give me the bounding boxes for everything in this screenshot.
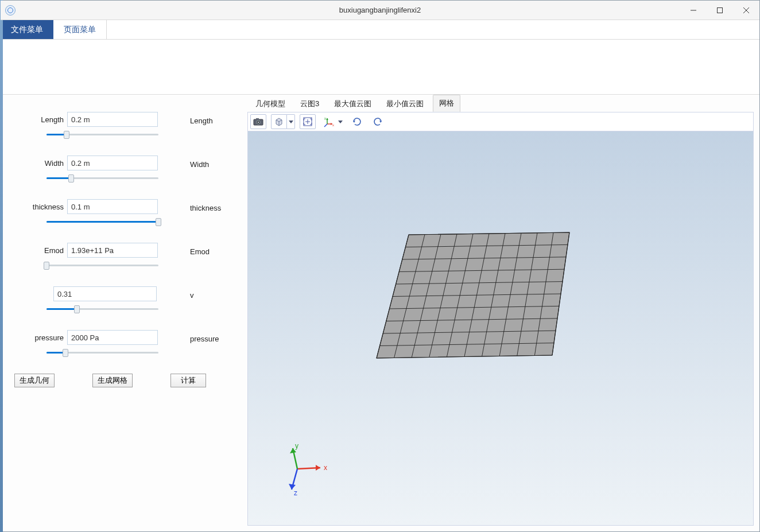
maximize-button[interactable] bbox=[707, 1, 733, 20]
viewer-toolbar: xy bbox=[247, 112, 754, 131]
param-thickness: thickness thickness bbox=[12, 199, 236, 229]
param-thickness-input[interactable] bbox=[67, 199, 158, 214]
close-button[interactable] bbox=[733, 1, 759, 20]
svg-text:y: y bbox=[324, 117, 326, 120]
tab-geometry[interactable]: 几何模型 bbox=[250, 96, 291, 112]
svg-text:x: x bbox=[332, 123, 334, 127]
svg-marker-21 bbox=[338, 121, 343, 123]
generate-geometry-button[interactable]: 生成几何 bbox=[14, 374, 55, 387]
param-v-label-right: v bbox=[190, 291, 194, 300]
param-length: Length Length bbox=[12, 112, 236, 142]
tab-min-cloud[interactable]: 最小值云图 bbox=[381, 96, 429, 112]
param-v-input[interactable] bbox=[53, 286, 157, 301]
param-pressure-label-right: pressure bbox=[190, 335, 219, 343]
param-emod-input[interactable] bbox=[67, 243, 158, 258]
param-thickness-slider[interactable] bbox=[46, 218, 158, 227]
axis-dropdown[interactable] bbox=[336, 114, 344, 129]
viewer-tabs: 几何模型 云图3 最大值云图 最小值云图 网格 bbox=[247, 95, 754, 112]
svg-marker-17 bbox=[326, 118, 328, 120]
menu-file[interactable]: 文件菜单 bbox=[1, 20, 53, 39]
viewport-3d[interactable]: x y z bbox=[247, 131, 754, 526]
param-width-input[interactable] bbox=[67, 156, 158, 170]
param-width-label: Width bbox=[12, 159, 64, 168]
application-window: buxiugangbanjinglifenxi2 文件菜单 页面菜单 Lengt… bbox=[0, 0, 760, 532]
param-width-label-right: Width bbox=[190, 160, 209, 169]
svg-point-7 bbox=[258, 122, 259, 123]
param-width: Width Width bbox=[12, 156, 236, 185]
content-area: Length Length Width Width bbox=[1, 95, 759, 531]
action-row: 生成几何 生成网格 计算 bbox=[12, 374, 236, 387]
tab-cloud3[interactable]: 云图3 bbox=[294, 96, 325, 112]
camera-icon[interactable] bbox=[250, 114, 266, 129]
generate-mesh-button[interactable]: 生成网格 bbox=[92, 374, 133, 387]
param-pressure-slider[interactable] bbox=[46, 348, 158, 358]
window-controls bbox=[680, 1, 759, 20]
tab-max-cloud[interactable]: 最大值云图 bbox=[328, 96, 377, 112]
param-pressure: pressure pressure bbox=[12, 330, 236, 360]
svg-rect-5 bbox=[256, 118, 259, 120]
mesh-plate bbox=[248, 131, 742, 453]
param-emod-label-right: Emod bbox=[190, 247, 210, 256]
svg-rect-1 bbox=[718, 7, 723, 13]
axis-triad-icon: x y z bbox=[279, 444, 331, 495]
svg-line-18 bbox=[324, 124, 327, 127]
svg-marker-48 bbox=[316, 465, 320, 471]
param-thickness-label-right: thickness bbox=[190, 204, 221, 212]
param-emod-slider[interactable] bbox=[46, 261, 158, 270]
viewer-panel: 几何模型 云图3 最大值云图 最小值云图 网格 bbox=[247, 95, 759, 531]
param-length-slider[interactable] bbox=[46, 130, 158, 139]
param-length-input[interactable] bbox=[67, 112, 158, 127]
cube-view-icon[interactable] bbox=[271, 114, 287, 129]
window-title: buxiugangbanjinglifenxi2 bbox=[1, 6, 759, 14]
rotate-cw-icon[interactable] bbox=[349, 114, 365, 129]
parameters-panel: Length Length Width Width bbox=[1, 95, 247, 531]
app-icon bbox=[5, 5, 15, 15]
cube-view-dropdown[interactable] bbox=[287, 114, 295, 129]
param-emod-label: Emod bbox=[12, 246, 64, 255]
param-length-label: Length bbox=[12, 115, 64, 124]
axis-icon[interactable]: xy bbox=[320, 114, 336, 129]
tab-mesh[interactable]: 网格 bbox=[433, 95, 460, 112]
param-width-slider[interactable] bbox=[46, 174, 158, 183]
menubar: 文件菜单 页面菜单 bbox=[1, 20, 759, 40]
param-emod: Emod Emod bbox=[12, 243, 236, 273]
rotate-ccw-icon[interactable] bbox=[370, 114, 386, 129]
param-pressure-label: pressure bbox=[12, 333, 64, 342]
param-v: v v bbox=[12, 286, 236, 316]
param-thickness-label: thickness bbox=[12, 203, 64, 211]
titlebar: buxiugangbanjinglifenxi2 bbox=[1, 1, 759, 20]
param-length-label-right: Length bbox=[190, 117, 213, 125]
axis-y-label: y bbox=[295, 444, 298, 450]
fit-view-icon[interactable] bbox=[300, 114, 316, 129]
svg-marker-10 bbox=[289, 121, 293, 123]
axis-z-label: z bbox=[294, 489, 297, 495]
ribbon-space bbox=[1, 40, 759, 95]
menu-page[interactable]: 页面菜单 bbox=[53, 20, 107, 39]
minimize-button[interactable] bbox=[680, 1, 707, 20]
compute-button[interactable]: 计算 bbox=[170, 374, 206, 387]
axis-x-label: x bbox=[324, 464, 327, 472]
param-pressure-input[interactable] bbox=[67, 330, 158, 345]
param-v-slider[interactable] bbox=[46, 305, 158, 314]
